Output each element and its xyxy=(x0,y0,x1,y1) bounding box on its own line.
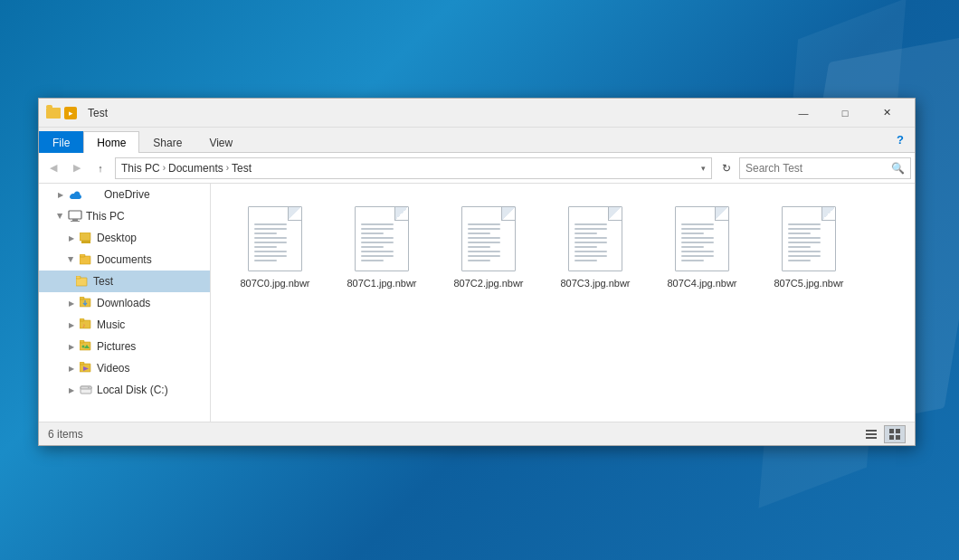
svg-rect-2 xyxy=(71,221,80,222)
forward-button[interactable]: ▶ xyxy=(66,157,88,179)
path-test[interactable]: Test xyxy=(232,162,252,175)
back-button[interactable]: ◀ xyxy=(43,157,64,179)
doc-line xyxy=(254,242,287,243)
status-bar: 6 items xyxy=(39,422,915,445)
file-name: 807C3.jpg.nbwr xyxy=(560,277,630,289)
doc-line xyxy=(788,246,811,248)
sidebar-item-music[interactable]: ▶ ♪ Music xyxy=(39,314,210,336)
view-list-button[interactable] xyxy=(860,425,882,443)
expand-arrow-videos[interactable]: ▶ xyxy=(64,361,79,375)
doc-line xyxy=(468,255,500,257)
doc-line xyxy=(254,260,277,261)
desktop-icon xyxy=(79,231,93,245)
doc-line xyxy=(574,228,607,230)
doc-line xyxy=(361,251,394,252)
expand-arrow-documents[interactable]: ▶ xyxy=(64,252,79,267)
tab-share[interactable]: Share xyxy=(139,131,195,153)
svg-rect-7 xyxy=(76,278,87,286)
minimize-button[interactable]: — xyxy=(783,99,824,128)
sidebar-item-test[interactable]: Test xyxy=(39,271,210,292)
sidebar-label-thispc: This PC xyxy=(86,210,125,223)
music-icon: ♪ xyxy=(79,318,93,332)
doc-line xyxy=(254,237,287,239)
doc-lines xyxy=(788,223,821,261)
file-item-0[interactable]: 807C0.jpg.nbwr xyxy=(225,198,325,298)
doc-line xyxy=(254,251,287,252)
doc-line xyxy=(254,223,287,225)
pictures-icon xyxy=(79,339,93,354)
expand-arrow-thispc[interactable]: ▶ xyxy=(53,209,68,223)
file-item-4[interactable]: 807C4.jpg.nbwr xyxy=(652,198,752,298)
expand-arrow-music[interactable]: ▶ xyxy=(64,318,79,332)
doc-line xyxy=(361,233,384,234)
doc-line xyxy=(361,260,384,261)
path-documents[interactable]: Documents xyxy=(168,162,223,175)
sidebar-item-desktop[interactable]: ▶ Desktop xyxy=(39,227,210,249)
document-icon xyxy=(461,206,516,271)
search-input[interactable] xyxy=(745,162,891,175)
svg-rect-1 xyxy=(72,219,78,221)
help-button[interactable]: ? xyxy=(889,128,911,150)
doc-line xyxy=(574,242,607,243)
file-item-5[interactable]: 807C5.jpg.nbwr xyxy=(759,198,859,298)
doc-line xyxy=(468,237,500,239)
doc-line xyxy=(574,223,607,225)
sidebar-label-music: Music xyxy=(97,318,125,331)
sidebar-item-onedrive[interactable]: ▶ OneDrive xyxy=(39,184,210,205)
file-name: 807C1.jpg.nbwr xyxy=(347,277,416,289)
onedrive-label-icon xyxy=(86,187,100,202)
refresh-button[interactable]: ↻ xyxy=(716,157,737,179)
svg-rect-6 xyxy=(80,254,85,257)
sidebar-item-documents[interactable]: ▶ Documents xyxy=(39,249,210,271)
tab-file[interactable]: File xyxy=(39,131,83,153)
expand-arrow-pictures[interactable]: ▶ xyxy=(64,339,79,354)
path-thispc[interactable]: This PC xyxy=(121,162,160,175)
tab-view[interactable]: View xyxy=(195,131,246,153)
view-grid-button[interactable] xyxy=(884,425,906,443)
svg-rect-10 xyxy=(80,297,84,299)
title-bar: ▸ Test — □ ✕ xyxy=(39,99,915,128)
doc-line xyxy=(361,242,394,243)
doc-line xyxy=(361,228,394,230)
sidebar-item-thispc[interactable]: ▶ This PC xyxy=(39,205,210,227)
expand-arrow-localdisk[interactable]: ▶ xyxy=(64,383,79,397)
file-item-3[interactable]: 807C3.jpg.nbwr xyxy=(546,198,645,298)
files-grid: 807C0.jpg.nbwr 807C1.jpg.nbwr 807C2.jpg.… xyxy=(225,198,900,298)
expand-arrow-desktop[interactable]: ▶ xyxy=(64,231,79,245)
doc-line xyxy=(468,251,500,252)
search-box[interactable]: 🔍 xyxy=(739,157,911,179)
maximize-button[interactable]: □ xyxy=(824,99,866,128)
doc-line xyxy=(468,242,500,243)
sidebar-item-downloads[interactable]: ▶ Downloads xyxy=(39,292,210,314)
tab-home[interactable]: Home xyxy=(83,131,139,153)
file-item-1[interactable]: 807C1.jpg.nbwr xyxy=(332,198,432,298)
path-dropdown-arrow[interactable]: ▾ xyxy=(701,164,706,173)
svg-rect-15 xyxy=(80,340,84,343)
file-item-2[interactable]: 807C2.jpg.nbwr xyxy=(439,198,538,298)
svg-point-16 xyxy=(82,346,85,348)
address-path[interactable]: This PC › Documents › Test ▾ xyxy=(115,157,712,179)
up-button[interactable]: ↑ xyxy=(90,157,111,179)
sidebar-label-downloads: Downloads xyxy=(97,297,150,309)
doc-line xyxy=(788,223,821,225)
doc-lines xyxy=(681,223,714,261)
expand-arrow-onedrive[interactable]: ▶ xyxy=(53,187,68,202)
close-button[interactable]: ✕ xyxy=(866,99,907,128)
sidebar-item-pictures[interactable]: ▶ Pictures xyxy=(39,336,210,357)
sidebar-label-videos: Videos xyxy=(97,362,129,375)
svg-rect-18 xyxy=(80,362,84,365)
sidebar-item-localdisk[interactable]: ▶ Local Disk (C:) xyxy=(39,379,210,401)
svg-rect-3 xyxy=(80,233,90,241)
doc-lines xyxy=(254,223,287,261)
svg-rect-28 xyxy=(889,435,894,440)
onedrive-icon xyxy=(68,187,82,202)
doc-line xyxy=(788,237,821,239)
svg-text:♪: ♪ xyxy=(82,322,86,328)
doc-line xyxy=(681,237,714,239)
doc-line xyxy=(574,237,607,239)
explorer-window: ▸ Test — □ ✕ File Home Share View ? ◀ ▶ … xyxy=(38,98,916,446)
doc-line xyxy=(681,255,714,257)
sidebar-item-videos[interactable]: ▶ Videos xyxy=(39,357,210,379)
expand-arrow-downloads[interactable]: ▶ xyxy=(64,296,79,310)
doc-line xyxy=(574,251,607,252)
